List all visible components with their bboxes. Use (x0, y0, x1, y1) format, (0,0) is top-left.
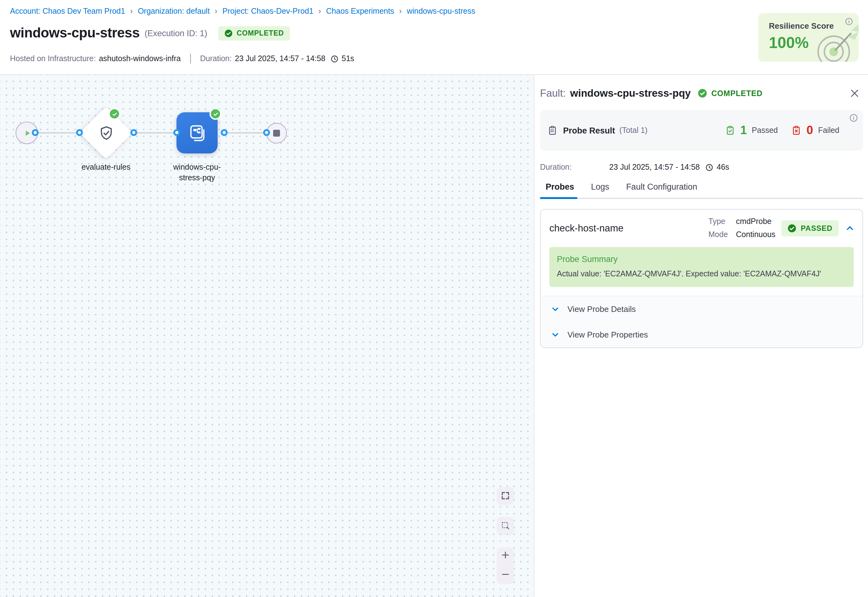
collapse-probe-button[interactable] (846, 224, 854, 232)
page-header: Account: Chaos Dev Team Prod1 › Organiza… (0, 0, 868, 74)
edge-connector (76, 129, 83, 136)
fullscreen-icon (501, 491, 510, 500)
edge-connector (130, 129, 137, 136)
close-icon (849, 88, 860, 98)
close-panel-button[interactable] (849, 88, 860, 98)
edge (136, 132, 174, 134)
breadcrumb-chaos-experiments[interactable]: Chaos Experiments (326, 7, 394, 15)
canvas-select-button[interactable] (497, 517, 514, 534)
check-circle-icon (225, 29, 233, 37)
failed-label: Failed (818, 126, 839, 135)
probe-mode-value: Continuous (736, 230, 776, 239)
title-row: windows-cpu-stress (Execution ID: 1) COM… (10, 25, 290, 41)
edge-connector (263, 129, 270, 136)
probe-type-value: cmdProbe (736, 217, 776, 226)
fault-details-panel: Fault: windows-cpu-stress-pqy COMPLETED … (534, 74, 868, 597)
probe-summary-text: Actual value: 'EC2AMAZ-QMVAF4J'. Expecte… (557, 269, 846, 278)
info-icon[interactable] (849, 114, 858, 122)
duration-value: 23 Jul 2025, 14:57 - 14:58 (235, 54, 326, 63)
zoom-out-button[interactable]: − (501, 569, 510, 579)
breadcrumb-separator: › (399, 6, 402, 16)
marquee-select-icon (501, 521, 510, 530)
canvas-zoom-controls: + − (497, 547, 514, 583)
experiment-status-badge: COMPLETED (219, 26, 290, 40)
duration-elapsed: 51s (342, 54, 354, 63)
evaluate-rules-node-overlay (87, 114, 125, 151)
fault-duration-elapsed: 46s (717, 163, 729, 172)
zoom-in-button[interactable]: + (501, 549, 510, 560)
probe-name: check-host-name (550, 223, 708, 234)
success-badge-icon (209, 108, 221, 120)
fault-label: Fault: (540, 87, 566, 99)
resilience-score-value: 100% (769, 34, 809, 52)
probe-card-footer: View Probe Details View Probe Properties (541, 296, 862, 348)
hosted-on-label: Hosted on Infrastructure: (10, 54, 96, 63)
probe-card-header: check-host-name Type cmdProbe Mode Conti… (541, 209, 862, 245)
view-probe-properties-toggle[interactable]: View Probe Properties (541, 322, 862, 348)
fault-name: windows-cpu-stress-pqy (570, 87, 691, 99)
clock-icon (705, 163, 714, 171)
pipeline-canvas[interactable]: evaluate-rules windows-cpu-stress-pqy + … (0, 74, 534, 597)
breadcrumb-current[interactable]: windows-cpu-stress (407, 7, 475, 15)
check-circle-icon (788, 224, 796, 232)
edge (227, 132, 264, 134)
resilience-score-label: Resilience Score (769, 21, 834, 31)
probe-result-total: (Total 1) (619, 126, 647, 135)
probe-meta: Type cmdProbe Mode Continuous (708, 217, 775, 239)
breadcrumb: Account: Chaos Dev Team Prod1 › Organiza… (10, 6, 475, 16)
duration-label: Duration: (200, 54, 232, 63)
breadcrumb-organization[interactable]: Organization: default (138, 7, 210, 15)
probe-result-title: Probe Result (563, 126, 615, 135)
chevron-down-icon (551, 305, 559, 313)
probe-status-badge: PASSED (781, 220, 839, 236)
fault-duration-row: Duration: 23 Jul 2025, 14:57 - 14:58 46s (540, 163, 863, 172)
breadcrumb-account[interactable]: Account: Chaos Dev Team Prod1 (10, 7, 125, 15)
check-circle-icon (698, 89, 707, 98)
resilience-score-card: Resilience Score 100% (758, 13, 859, 62)
chevron-up-icon (846, 224, 854, 232)
passed-count: 1 (740, 123, 747, 137)
play-icon (23, 128, 33, 138)
view-probe-properties-label: View Probe Properties (567, 330, 648, 339)
chaos-experiment-page: Account: Chaos Dev Team Prod1 › Organiza… (0, 0, 868, 597)
fault-duration-label: Duration: (540, 163, 609, 172)
shield-check-icon (98, 125, 114, 141)
breadcrumb-separator: › (130, 6, 133, 16)
breadcrumb-project[interactable]: Project: Chaos-Dev-Prod1 (222, 7, 313, 15)
view-probe-details-toggle[interactable]: View Probe Details (541, 296, 862, 322)
probe-status-text: PASSED (801, 224, 832, 232)
clipboard-x-icon (792, 125, 801, 135)
failed-count: 0 (807, 123, 813, 137)
edge (38, 132, 77, 134)
meta-divider (190, 53, 191, 64)
failed-stat: 0 Failed (792, 123, 839, 137)
success-badge-icon (108, 108, 120, 120)
probe-type-label: Type (708, 217, 728, 226)
canvas-fullscreen-button[interactable] (497, 487, 514, 504)
probe-status: PASSED (781, 220, 854, 236)
tab-logs[interactable]: Logs (591, 182, 610, 198)
fault-node-label: windows-cpu-stress-pqy (166, 162, 228, 183)
passed-label: Passed (752, 126, 778, 135)
probe-result-stats: 1 Passed 0 Failed (725, 123, 839, 137)
fault-status-text: COMPLETED (711, 89, 762, 98)
experiment-status-text: COMPLETED (237, 29, 284, 37)
fault-duration-value: 23 Jul 2025, 14:57 - 14:58 (609, 163, 700, 172)
probe-card: check-host-name Type cmdProbe Mode Conti… (540, 209, 863, 348)
edge-connector (32, 129, 39, 136)
probe-mode-label: Mode (708, 230, 728, 239)
breadcrumb-separator: › (318, 6, 321, 16)
info-icon[interactable] (845, 18, 853, 25)
passed-stat: 1 Passed (725, 123, 778, 137)
fault-cards-icon (187, 123, 207, 143)
fault-header: Fault: windows-cpu-stress-pqy COMPLETED (540, 87, 863, 99)
tab-fault-configuration[interactable]: Fault Configuration (626, 182, 697, 198)
panel-tabs: Probes Logs Fault Configuration (540, 182, 863, 199)
chevron-down-icon (551, 331, 559, 339)
evaluate-rules-label: evaluate-rules (68, 162, 144, 173)
clock-icon (330, 55, 339, 63)
hosted-on-value: ashutosh-windows-infra (99, 54, 181, 63)
tab-probes[interactable]: Probes (546, 182, 574, 198)
breadcrumb-separator: › (215, 6, 218, 16)
clipboard-icon (548, 125, 557, 135)
